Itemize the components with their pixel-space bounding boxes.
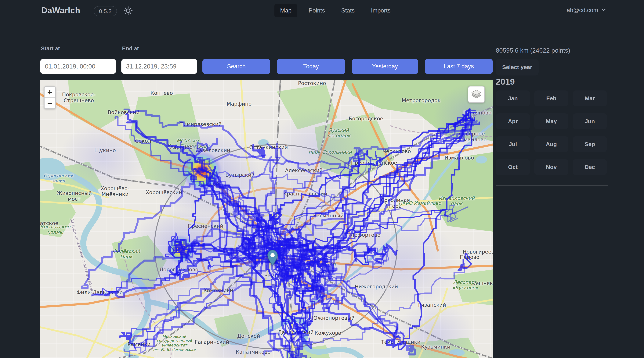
month-button-mar[interactable]: Mar <box>573 90 607 106</box>
nav-tabs: MapPointsStatsImports <box>274 4 396 17</box>
chevron-down-icon <box>601 7 606 13</box>
user-menu[interactable]: ab@cd.com <box>567 7 606 14</box>
sun-icon <box>123 6 133 16</box>
month-button-sep[interactable]: Sep <box>573 136 607 152</box>
tab-points[interactable]: Points <box>304 4 330 17</box>
gps-tracks-layer <box>40 80 493 358</box>
month-button-may[interactable]: May <box>534 113 568 129</box>
month-button-jun[interactable]: Jun <box>573 113 607 129</box>
month-button-jul[interactable]: Jul <box>496 136 530 152</box>
end-at-input[interactable] <box>121 59 197 74</box>
theme-toggle-button[interactable] <box>123 6 134 16</box>
tab-imports[interactable]: Imports <box>366 4 395 17</box>
select-year-button[interactable]: Select year <box>496 59 539 75</box>
user-email: ab@cd.com <box>567 7 598 14</box>
app-logo: DaWarIch <box>41 6 80 15</box>
end-at-label: End at <box>122 45 139 52</box>
month-button-apr[interactable]: Apr <box>496 113 530 129</box>
month-button-dec[interactable]: Dec <box>573 159 607 175</box>
version-badge: 0.5.2 <box>94 6 117 16</box>
today-button[interactable]: Today <box>277 59 345 74</box>
start-at-label: Start at <box>41 45 60 52</box>
search-button[interactable]: Search <box>202 59 270 74</box>
month-button-feb[interactable]: Feb <box>534 90 568 106</box>
month-button-jan[interactable]: Jan <box>496 90 530 106</box>
zoom-in-button[interactable]: + <box>44 87 55 98</box>
last-7-days-button[interactable]: Last 7 days <box>425 59 493 74</box>
layers-icon <box>471 89 482 100</box>
zoom-control: + − <box>44 86 56 109</box>
start-at-input[interactable] <box>40 59 116 74</box>
tab-stats[interactable]: Stats <box>336 4 360 17</box>
map-container[interactable]: Покровское- СтрешневоКоптевоТимирязевски… <box>40 80 493 358</box>
zoom-out-button[interactable]: − <box>44 98 55 108</box>
month-grid: JanFebMarAprMayJunJulAugSepOctNovDec <box>496 90 607 175</box>
layers-control-button[interactable] <box>468 86 485 103</box>
tab-map[interactable]: Map <box>274 4 297 17</box>
month-button-nov[interactable]: Nov <box>534 159 568 175</box>
distance-stats: 80595.6 km (24622 points) <box>496 47 570 54</box>
year-heading: 2019 <box>496 77 515 87</box>
month-button-oct[interactable]: Oct <box>496 159 530 175</box>
sidebar-divider <box>496 185 608 185</box>
yesterday-button[interactable]: Yesterday <box>352 59 418 74</box>
month-button-aug[interactable]: Aug <box>534 136 568 152</box>
